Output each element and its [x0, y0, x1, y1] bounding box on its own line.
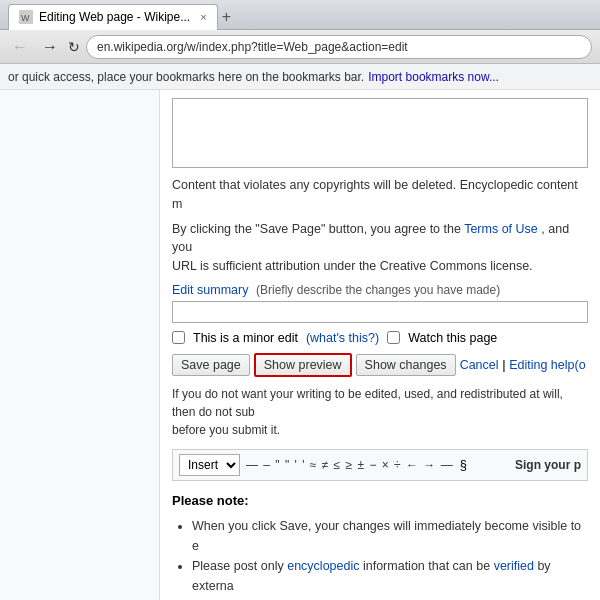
cancel-label: Cancel | Editing help(o: [460, 357, 586, 372]
back-button[interactable]: ←: [8, 38, 32, 56]
browser-titlebar: W Editing Web page - Wikipe... × +: [0, 0, 600, 30]
verified-link[interactable]: verified: [494, 559, 534, 573]
tab-close-button[interactable]: ×: [200, 11, 206, 23]
tab-title: Editing Web page - Wikipe...: [39, 10, 190, 24]
minor-edit-label: This is a minor edit: [193, 331, 298, 345]
new-tab-button[interactable]: +: [222, 8, 231, 26]
forward-button[interactable]: →: [38, 38, 62, 56]
bookmarks-bar: or quick access, place your bookmarks he…: [0, 64, 600, 90]
show-changes-button[interactable]: Show changes: [356, 354, 456, 376]
watch-page-label: Watch this page: [408, 331, 497, 345]
save-page-button[interactable]: Save page: [172, 354, 250, 376]
insert-chars: — – " " ' ' ≈ ≠ ≤ ≥ ± − × ÷ ← → —: [246, 458, 454, 472]
page-content: Content that violates any copyrights wil…: [0, 90, 600, 600]
whats-this-link[interactable]: (what's this?): [306, 331, 379, 345]
browser-tab[interactable]: W Editing Web page - Wikipe... ×: [8, 4, 218, 30]
address-bar[interactable]: [86, 35, 592, 59]
edit-summary-sublabel: (Briefly describe the changes you have m…: [256, 283, 500, 297]
import-bookmarks-link[interactable]: Import bookmarks now...: [368, 70, 499, 84]
edit-textarea[interactable]: [172, 98, 588, 168]
edit-summary-input[interactable]: [172, 301, 588, 323]
svg-text:W: W: [21, 13, 30, 23]
encyclopedic-link[interactable]: encyclopedic: [287, 559, 359, 573]
terms-of-use-link[interactable]: Terms of Use: [464, 222, 538, 236]
insert-select[interactable]: Insert: [179, 454, 240, 476]
sidebar: [0, 90, 160, 600]
refresh-button[interactable]: ↻: [68, 39, 80, 55]
insert-toolbar: Insert — – " " ' ' ≈ ≠ ≤ ≥ ± − × ÷ ← → —…: [172, 449, 588, 481]
tab-favicon: W: [19, 10, 33, 24]
please-note-heading: Please note:: [172, 493, 588, 508]
editing-help-link[interactable]: Editing help(o: [509, 358, 585, 372]
list-item-save: When you click Save, your changes will i…: [192, 516, 588, 556]
sign-your-post: Sign your p: [515, 458, 581, 472]
minor-edit-checkbox[interactable]: [172, 331, 185, 344]
please-note-list: When you click Save, your changes will i…: [172, 516, 588, 600]
cancel-link[interactable]: Cancel: [460, 358, 499, 372]
section-sign: §: [460, 457, 467, 472]
buttons-row: Save page Show preview Show changes Canc…: [172, 353, 588, 377]
edit-notice: If you do not want your writing to be ed…: [172, 385, 588, 439]
show-preview-button[interactable]: Show preview: [254, 353, 352, 377]
list-item-copy-paste: Please do not copy and paste from copyri…: [192, 596, 588, 600]
checkboxes-row: This is a minor edit (what's this?) Watc…: [172, 331, 588, 345]
browser-toolbar: ← → ↻: [0, 30, 600, 64]
save-agreement-notice: By clicking the "Save Page" button, you …: [172, 220, 588, 276]
list-item-encyclopedic: Please post only encyclopedic informatio…: [192, 556, 588, 596]
bookmarks-text: or quick access, place your bookmarks he…: [8, 70, 364, 84]
edit-summary-link[interactable]: Edit summary: [172, 283, 248, 297]
watch-page-checkbox[interactable]: [387, 331, 400, 344]
copyright-notice: Content that violates any copyrights wil…: [172, 176, 588, 214]
edit-summary-section: Edit summary (Briefly describe the chang…: [172, 282, 588, 331]
main-content: Content that violates any copyrights wil…: [160, 90, 600, 600]
